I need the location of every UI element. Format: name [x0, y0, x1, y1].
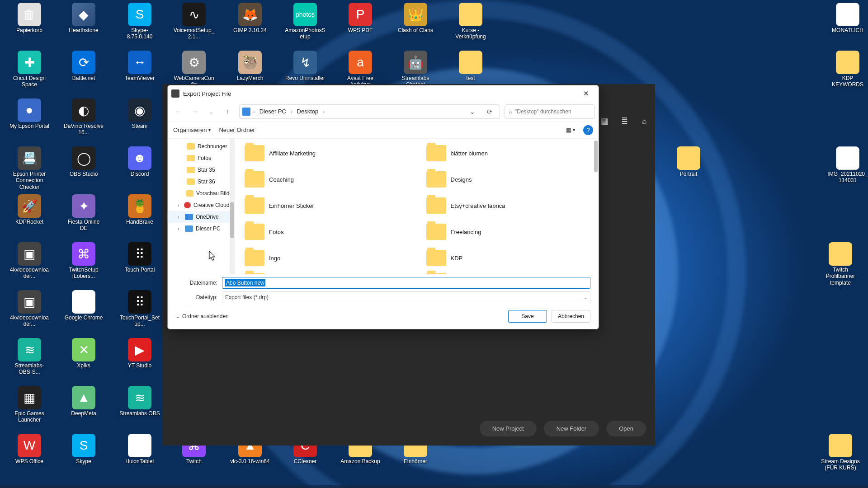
dialog-titlebar[interactable]: Export Project File ✕ [168, 85, 599, 102]
desktop-icon[interactable]: 🍍HandBrake [119, 194, 160, 225]
filename-input[interactable]: Abo Button new [222, 277, 590, 289]
tree-node[interactable]: Fotos [168, 152, 234, 164]
folder-item[interactable]: KDP [424, 246, 592, 270]
hide-folders-toggle[interactable]: ⌄ Ordner ausblenden [176, 313, 229, 319]
tree-node[interactable]: ›OneDrive [168, 211, 234, 223]
organize-menu[interactable]: Organisieren▾ [173, 127, 211, 133]
desktop-icon[interactable]: ✚Cricut Design Space [9, 51, 50, 88]
new-folder-command[interactable]: Neuer Ordner [219, 127, 255, 133]
search-icon[interactable]: ⌕ [639, 116, 650, 127]
desktop-icon[interactable]: ⠿TouchPortal_Setup... [119, 290, 160, 328]
nav-forward-button[interactable]: → [188, 104, 202, 119]
desktop-icon[interactable]: SSkype-8.75.0.140 [119, 3, 160, 40]
desktop-icon[interactable]: 🗑Papierkorb [9, 3, 50, 33]
desktop-icon[interactable]: ∿VoicemodSetup_2.1... [174, 3, 214, 40]
desktop-icon[interactable]: ▶YT Studio [119, 338, 160, 369]
folder-item[interactable]: Einhörner Sticker [242, 194, 410, 217]
desktop-icon[interactable]: ≡MONATLICH [827, 3, 868, 33]
desktop-icon[interactable]: Stream Designs (FÜR KURS) [820, 434, 861, 471]
desktop-icon[interactable]: photosAmazonPhotosSetup [285, 3, 326, 40]
tree-node[interactable]: ›Creative Cloud F [168, 199, 234, 211]
desktop-icon[interactable]: ↔TeamViewer [119, 51, 160, 81]
close-button[interactable]: ✕ [577, 87, 595, 100]
search-input[interactable]: ⌕ [505, 104, 595, 119]
open-button[interactable]: Open [606, 421, 646, 436]
desktop-icon[interactable]: ✦Fiesta Online DE [63, 194, 104, 232]
tree-node[interactable]: Rechnunger [168, 141, 234, 152]
desktop-icon[interactable]: ▣4kvideodownloader... [9, 290, 50, 328]
taskbar[interactable] [0, 485, 868, 488]
search-field[interactable] [515, 108, 591, 115]
desktop-icon[interactable]: ◆Hearthstone [63, 3, 104, 33]
desktop-icon[interactable]: ▲DeepMeta [63, 386, 104, 417]
desktop-icon[interactable]: 👑Clash of Clans [395, 3, 436, 33]
grid-view-icon[interactable]: ▦ [599, 116, 610, 127]
desktop-icon[interactable]: ◉Google Chrome [63, 290, 104, 321]
breadcrumb-segment[interactable]: Dieser PC [258, 107, 288, 116]
cancel-button[interactable]: Abbrechen [552, 310, 590, 323]
desktop-icon[interactable]: Twitch Profilbanner template [820, 242, 861, 286]
desktop-icon[interactable]: ☻Discord [119, 146, 160, 177]
desktop-icon[interactable]: ↯Revo Uninstaller [285, 51, 326, 81]
desktop-icon[interactable]: ◐DaVinci Resolve 16... [63, 99, 104, 136]
desktop-icon[interactable]: ◉Steam [119, 99, 160, 129]
breadcrumb-segment[interactable]: Desktop [295, 107, 321, 116]
desktop-icon[interactable]: ●My Epson Portal [9, 99, 50, 129]
file-list[interactable]: Affiliate Marketingblätter blumenCoachin… [235, 139, 599, 274]
folder-item[interactable] [242, 272, 410, 274]
folder-item[interactable]: Affiliate Marketing [242, 141, 410, 165]
desktop-icon[interactable]: ◒IMG_20211020_114031 [827, 146, 868, 184]
folder-item[interactable]: Designs [424, 168, 592, 191]
folder-item[interactable]: Fotos [242, 220, 410, 244]
folder-item[interactable] [424, 272, 592, 274]
breadcrumb-dropdown-button[interactable]: ⌄ [465, 104, 480, 119]
filetype-select[interactable]: Export files (*.drp)⌄ [222, 291, 590, 303]
desktop-icon[interactable]: ⚙WebCameraConfig [174, 51, 214, 88]
desktop-icon[interactable]: test [450, 51, 491, 81]
view-options-button[interactable]: ▦▾ [566, 127, 575, 133]
desktop-icon[interactable]: WWPS Office [9, 434, 50, 465]
help-button[interactable]: ? [583, 125, 593, 135]
desktop-icon[interactable]: ✕Xpiks [63, 338, 104, 369]
desktop-icon[interactable]: 🚀KDPRocket [9, 194, 50, 225]
files-scrollbar[interactable] [594, 141, 598, 272]
folder-item[interactable]: blätter blumen [424, 141, 592, 165]
refresh-button[interactable]: ⟳ [482, 104, 497, 119]
tree-node[interactable]: Star 35 [168, 164, 234, 176]
desktop-icon[interactable]: ⟳Battle.net [63, 51, 104, 81]
nav-up-button[interactable]: ↑ [220, 104, 235, 119]
new-folder-button[interactable]: New Folder [544, 421, 599, 436]
desktop-icon[interactable]: ⌘TwitchSetup [Lobers... [63, 242, 104, 280]
folder-tree[interactable]: RechnungerFotosStar 35Star 36Vorschau Bi… [168, 139, 235, 274]
desktop-icon[interactable]: 🤖Streamlabs Chatbot [395, 51, 436, 88]
tree-scrollbar[interactable] [230, 139, 234, 274]
folder-item[interactable]: Freelancing [424, 220, 592, 244]
list-view-icon[interactable]: ≣ [619, 116, 630, 127]
desktop-icon[interactable]: SSkype [63, 434, 104, 465]
desktop-icon[interactable]: Portrait [668, 146, 709, 177]
breadcrumb[interactable]: › Dieser PC › Desktop › ⌄ ⟳ [239, 104, 500, 119]
tree-node[interactable]: Vorschau Bilder [168, 188, 234, 199]
desktop-icon[interactable]: ▣4kvideodownloader... [9, 242, 50, 280]
desktop-icon[interactable]: 📇Epson Printer Connection Checker [9, 146, 50, 190]
new-project-button[interactable]: New Project [480, 421, 537, 436]
folder-item[interactable]: Coaching [242, 168, 410, 191]
desktop-icon[interactable]: Kurse - Verknüpfung [450, 3, 491, 40]
tree-node[interactable]: Star 36 [168, 176, 234, 188]
tree-node[interactable]: ›Dieser PC [168, 223, 234, 235]
desktop-icon[interactable]: KDP KEYWORDS [827, 51, 868, 88]
nav-recent-button[interactable]: ⌄ [204, 104, 218, 119]
desktop-icon[interactable]: ≋Streamlabs-OBS-S... [9, 338, 50, 375]
folder-item[interactable]: Etsy+creative fabrica [424, 194, 592, 217]
desktop-icon[interactable]: PWPS PDF [340, 3, 381, 33]
desktop-icon[interactable]: 🦊GIMP 2.10.24 [230, 3, 270, 33]
nav-back-button[interactable]: ← [171, 104, 186, 119]
desktop-icon[interactable]: ▦Epic Games Launcher [9, 386, 50, 423]
save-button[interactable]: Save [508, 310, 547, 323]
desktop-icon[interactable]: aAvast Free Antivirus [340, 51, 381, 88]
desktop-icon[interactable]: ◯OBS Studio [63, 146, 104, 177]
folder-item[interactable]: Ingo [242, 246, 410, 270]
desktop-icon[interactable]: 🦥LazyMerch [230, 51, 270, 81]
desktop-icon[interactable]: ✎HuionTablet [119, 434, 160, 465]
desktop-icon[interactable]: ≋Streamlabs OBS [119, 386, 160, 417]
